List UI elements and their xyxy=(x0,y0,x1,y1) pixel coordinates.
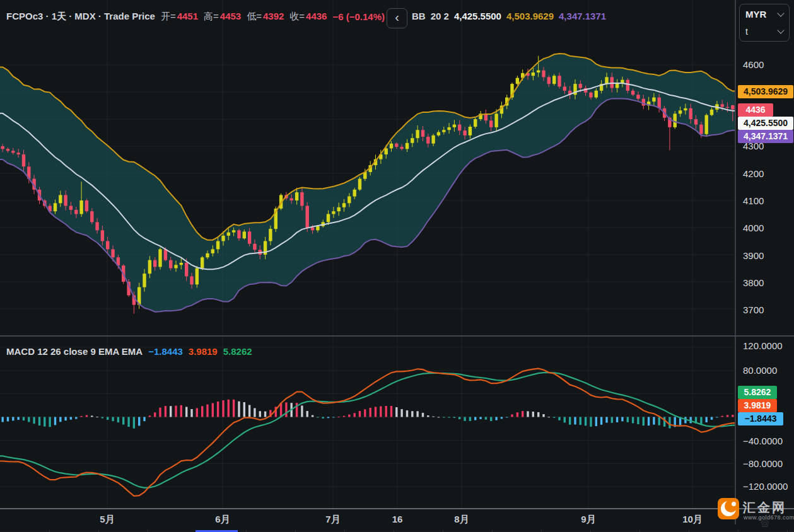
bb-basis-badge: 4,425.5500 xyxy=(738,117,793,130)
bb-legend[interactable]: BB 20 2 4,425.5500 4,503.9629 4,347.1371 xyxy=(412,11,606,21)
macd-legend[interactable]: MACD 12 26 close 9 EMA EMA −1.8443 3.981… xyxy=(6,346,252,357)
price-axis[interactable]: 46004300420041004000390038003700120.0000… xyxy=(737,0,794,508)
collapse-legend-button[interactable]: ‹ xyxy=(387,8,407,28)
macd-tick-label: −80.0000 xyxy=(743,458,783,469)
faded-emblem-icon xyxy=(757,519,773,528)
symbol-legend[interactable]: FCPOc3 · 1天 · MDX · Trade Price 开=4451 高… xyxy=(6,11,385,23)
macd-signal-badge: 5.8262 xyxy=(738,386,777,399)
price-tick-label: 3700 xyxy=(743,304,764,315)
price-tick-label: 4200 xyxy=(743,168,764,179)
price-tick-label: 4100 xyxy=(743,195,764,206)
bb-lower-badge: 4,347.1371 xyxy=(738,130,793,143)
bb-name: BB xyxy=(412,11,426,21)
time-tick-label: 7月 xyxy=(325,514,340,526)
change-value: −6 (−0.14%) xyxy=(332,11,385,22)
macd-title: MACD 12 26 close 9 EMA EMA xyxy=(6,346,143,357)
time-tick-label: 10月 xyxy=(682,514,703,526)
macd-line-value: 3.9819 xyxy=(189,346,218,357)
bb-params: 20 2 xyxy=(431,11,449,21)
bb-basis-value: 4,425.5500 xyxy=(454,11,501,21)
time-tick-label: 8月 xyxy=(454,514,469,526)
macd-tick-label: 120.0000 xyxy=(743,340,783,351)
macd-tick-label: −40.0000 xyxy=(743,436,783,446)
price-tick-label: 4600 xyxy=(743,59,764,70)
bb-lower-value: 4,347.1371 xyxy=(559,11,606,21)
macd-hist-badge: −1.8443 xyxy=(738,412,783,425)
time-axis[interactable]: 5月6月7月168月9月10月 xyxy=(0,509,735,531)
ohlc-high: 高=4453 xyxy=(204,11,241,23)
axis-vertical-divider xyxy=(735,0,736,524)
price-tick-label: 3800 xyxy=(743,277,764,288)
ohlc-low: 低=4392 xyxy=(247,11,284,23)
time-tick-label: 5月 xyxy=(100,514,114,526)
bb-upper-value: 4,503.9629 xyxy=(506,11,554,21)
ohlc-close: 收=4436 xyxy=(289,11,327,23)
bb-upper-badge: 4,503.9629 xyxy=(738,85,793,98)
watermark: 汇金网 www.gold678.com xyxy=(718,498,792,527)
price-tick-label: 4000 xyxy=(743,223,764,233)
trading-chart-app: FCPOc3 · 1天 · MDX · Trade Price 开=4451 高… xyxy=(0,0,794,532)
macd-line-badge: 3.9819 xyxy=(738,399,777,412)
macd-signal-value: 5.8262 xyxy=(223,346,252,357)
pane-divider[interactable] xyxy=(0,335,794,337)
price-tick-label: 3900 xyxy=(743,250,764,261)
chevron-left-icon: ‹ xyxy=(395,10,399,24)
candlestick-macd-canvas[interactable] xyxy=(0,0,735,508)
time-tick-label: 16 xyxy=(392,514,403,524)
last-price-badge: 4436 xyxy=(738,103,773,117)
macd-tick-label: 80.0000 xyxy=(743,365,777,376)
brand-name: 汇金网 xyxy=(743,499,786,516)
time-tick-label: 6月 xyxy=(215,514,230,526)
brand-logo-icon xyxy=(718,498,739,519)
macd-hist-value: −1.8443 xyxy=(148,346,183,357)
ohlc-open: 开=4451 xyxy=(161,11,198,23)
macd-tick-label: −120.0000 xyxy=(743,481,788,492)
symbol-title: FCPOc3 · 1天 · MDX · Trade Price xyxy=(6,11,155,23)
time-tick-label: 9月 xyxy=(581,514,595,526)
